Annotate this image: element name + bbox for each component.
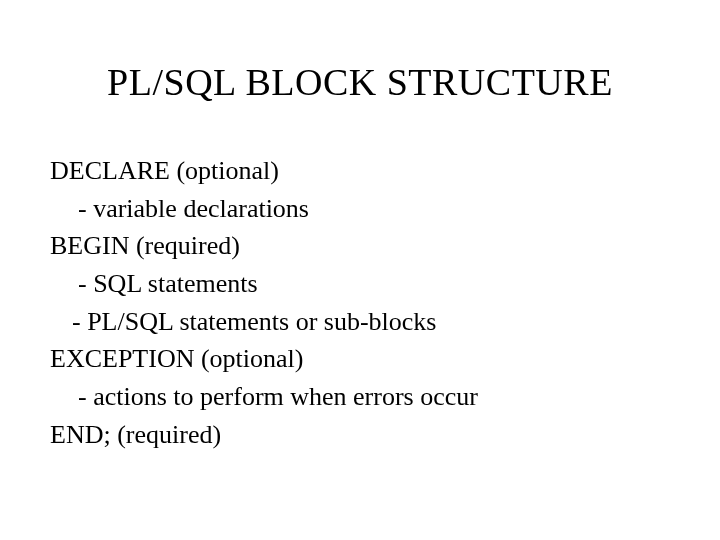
- slide-body: DECLARE (optional) - variable declaratio…: [50, 152, 670, 454]
- body-line: - PL/SQL statements or sub-blocks: [50, 303, 670, 341]
- body-line: BEGIN (required): [50, 227, 670, 265]
- body-line: - SQL statements: [50, 265, 670, 303]
- body-line: - variable declarations: [50, 190, 670, 228]
- body-line: END; (required): [50, 416, 670, 454]
- body-line: DECLARE (optional): [50, 152, 670, 190]
- slide-title: PL/SQL BLOCK STRUCTURE: [50, 60, 670, 104]
- body-line: EXCEPTION (optional): [50, 340, 670, 378]
- body-line: - actions to perform when errors occur: [50, 378, 670, 416]
